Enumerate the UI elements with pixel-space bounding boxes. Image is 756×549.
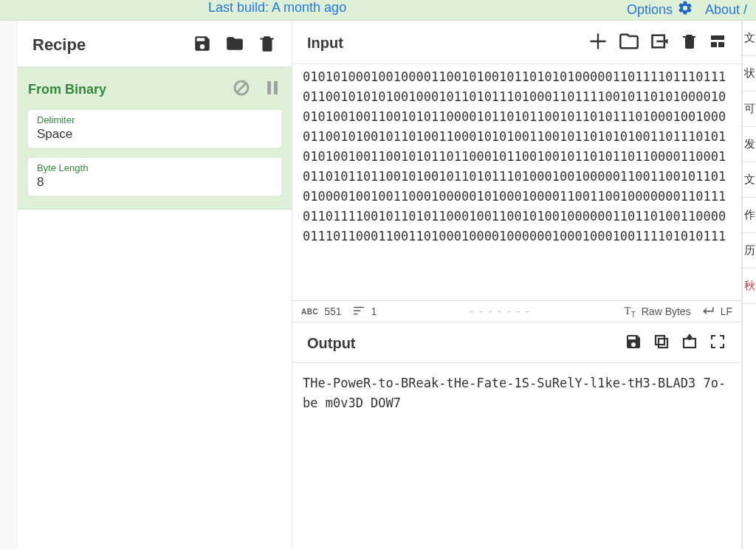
svg-rect-12	[656, 336, 664, 345]
line-count: 1	[371, 305, 377, 317]
build-info: Last build: A month ago	[208, 0, 346, 15]
operation-title: From Binary	[28, 82, 106, 97]
bytelength-label: Byte Length	[37, 162, 272, 173]
input-title: Input	[307, 35, 343, 52]
delimiter-label: Delimiter	[37, 114, 272, 125]
options-label: Options	[627, 2, 673, 18]
status-drag-handle[interactable]: - - - - - - -	[387, 305, 614, 317]
save-recipe-button[interactable]	[193, 34, 212, 56]
input-status-bar: ABC 551 1 - - - - - - - TT Raw Bytes LF	[292, 300, 741, 322]
bytelength-field[interactable]: Byte Length 8	[28, 158, 281, 196]
rside-item[interactable]: 历	[743, 233, 756, 269]
output-header: Output	[292, 322, 741, 363]
open-file-button[interactable]	[650, 31, 670, 55]
input-textarea[interactable]: 0101010001001000011001010010110101010000…	[292, 64, 741, 300]
reset-layout-button[interactable]	[709, 32, 726, 53]
output-text[interactable]: THe-PoweR-to-BReak-tHe-Fate-1S-SuRelY-l1…	[292, 363, 741, 549]
options-link[interactable]: Options	[627, 0, 693, 20]
replace-input-button[interactable]	[681, 333, 698, 353]
rside-item[interactable]: 作	[743, 198, 756, 233]
delimiter-field[interactable]: Delimiter Space	[28, 110, 281, 148]
input-header: Input	[292, 21, 741, 64]
char-count-icon: ABC	[301, 308, 318, 316]
copy-output-button[interactable]	[653, 333, 670, 353]
disable-op-button[interactable]	[233, 79, 250, 100]
char-count: 551	[324, 305, 341, 317]
svg-rect-2	[267, 81, 271, 94]
about-link[interactable]: About /	[705, 2, 747, 18]
pause-op-button[interactable]	[264, 79, 281, 100]
svg-rect-7	[718, 42, 724, 47]
add-input-button[interactable]	[588, 31, 608, 55]
open-folder-button[interactable]	[619, 31, 639, 55]
svg-rect-6	[711, 42, 717, 47]
svg-rect-11	[659, 339, 667, 348]
delimiter-value: Space	[37, 127, 272, 142]
rside-item[interactable]: 状	[743, 56, 756, 92]
bytelength-value: 8	[37, 175, 272, 190]
top-bar: Last build: A month ago Options About /	[0, 0, 756, 21]
left-gutter	[0, 21, 18, 549]
svg-rect-3	[274, 81, 278, 94]
rside-item[interactable]: 文	[743, 162, 756, 198]
clear-input-button[interactable]	[681, 32, 698, 53]
line-count-icon	[352, 304, 365, 320]
recipe-header: Recipe	[18, 21, 292, 67]
svg-rect-5	[711, 35, 724, 40]
output-title: Output	[307, 335, 356, 352]
maximize-output-button[interactable]	[709, 333, 726, 353]
save-output-button[interactable]	[625, 333, 642, 353]
about-label: About /	[705, 2, 747, 18]
recipe-title: Recipe	[32, 35, 86, 55]
rside-item[interactable]: 可	[743, 92, 756, 127]
rside-item[interactable]: 文	[743, 21, 756, 56]
eol-label[interactable]: LF	[721, 305, 732, 317]
io-column: Input 0101010001001000011001010010110101…	[292, 21, 743, 549]
rside-item[interactable]: 秋	[743, 269, 756, 304]
recipe-column: Recipe From Binary	[18, 21, 292, 549]
rside-item[interactable]: 发	[743, 127, 756, 162]
case-icon[interactable]: TT	[624, 305, 635, 319]
eol-icon	[701, 304, 715, 320]
right-sidebar: 文 状 可 发 文 作 历 秋	[743, 21, 756, 549]
svg-line-1	[237, 83, 246, 92]
encoding-label[interactable]: Raw Bytes	[642, 305, 691, 317]
load-recipe-button[interactable]	[225, 34, 244, 56]
clear-recipe-button[interactable]	[258, 34, 277, 56]
gear-icon	[677, 0, 693, 20]
operation-from-binary[interactable]: From Binary Delimiter Space Byte Length …	[18, 67, 292, 210]
